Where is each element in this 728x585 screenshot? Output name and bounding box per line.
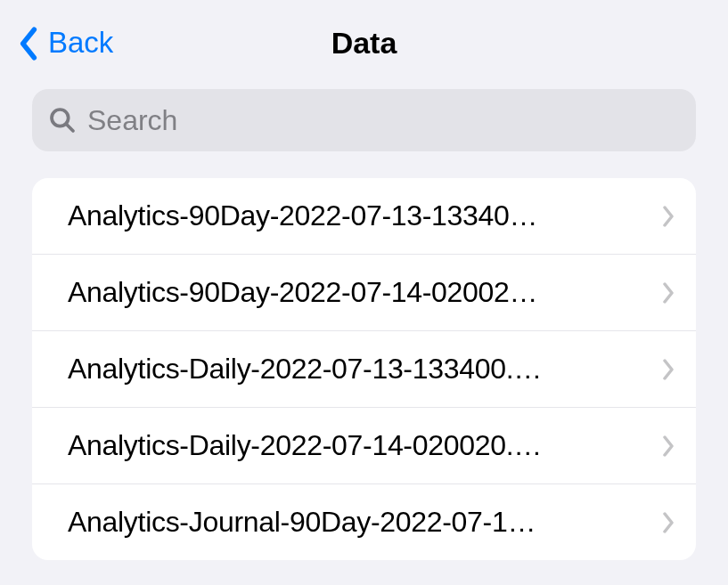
- list-item[interactable]: Analytics-Journal-90Day-2022-07-1…: [32, 484, 696, 560]
- navigation-bar: Back Data: [0, 0, 728, 89]
- list-item[interactable]: Analytics-90Day-2022-07-14-02002…: [32, 255, 696, 331]
- svg-line-1: [66, 124, 73, 131]
- chevron-right-icon: [662, 435, 675, 457]
- search-input[interactable]: [87, 104, 680, 137]
- chevron-left-icon: [18, 27, 39, 61]
- list-item[interactable]: Analytics-Daily-2022-07-14-020020.…: [32, 408, 696, 484]
- chevron-right-icon: [662, 206, 675, 227]
- search-field[interactable]: [32, 89, 696, 151]
- data-list: Analytics-90Day-2022-07-13-13340… Analyt…: [32, 178, 696, 560]
- list-item-label: Analytics-Journal-90Day-2022-07-1…: [68, 506, 662, 539]
- back-button[interactable]: Back: [18, 25, 113, 61]
- back-label: Back: [48, 26, 113, 60]
- chevron-right-icon: [662, 512, 675, 533]
- list-item-label: Analytics-Daily-2022-07-14-020020.…: [68, 429, 662, 462]
- list-item-label: Analytics-90Day-2022-07-14-02002…: [68, 276, 662, 309]
- search-container: [0, 89, 728, 151]
- search-icon: [48, 106, 77, 134]
- list-item[interactable]: Analytics-Daily-2022-07-13-133400.…: [32, 331, 696, 408]
- list-item-label: Analytics-90Day-2022-07-13-13340…: [68, 199, 662, 232]
- page-title: Data: [331, 26, 397, 61]
- list-item-label: Analytics-Daily-2022-07-13-133400.…: [68, 353, 662, 386]
- chevron-right-icon: [662, 282, 675, 304]
- chevron-right-icon: [662, 359, 675, 380]
- list-item[interactable]: Analytics-90Day-2022-07-13-13340…: [32, 178, 696, 255]
